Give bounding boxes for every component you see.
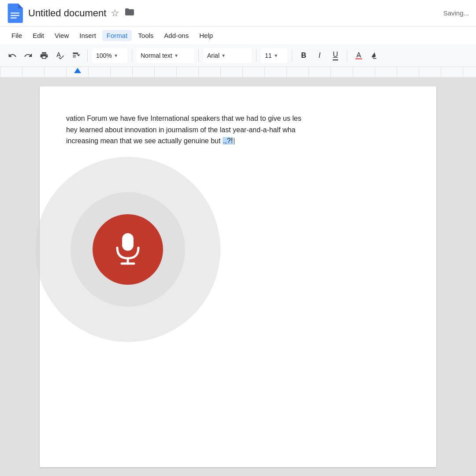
menu-format[interactable]: Format bbox=[102, 30, 132, 41]
microphone-icon bbox=[110, 231, 145, 268]
print-button[interactable] bbox=[37, 48, 51, 63]
document-page[interactable]: vation Forum we have five International … bbox=[40, 86, 436, 467]
menu-insert[interactable]: Insert bbox=[75, 30, 100, 41]
ruler-markings bbox=[0, 67, 476, 77]
menu-addons[interactable]: Add-ons bbox=[160, 30, 193, 41]
app-logo-icon bbox=[7, 4, 23, 23]
svg-rect-1 bbox=[11, 15, 19, 15]
menu-view[interactable]: View bbox=[50, 30, 73, 41]
size-chevron-icon: ▾ bbox=[275, 52, 277, 59]
undo-button[interactable] bbox=[5, 48, 19, 63]
text-color-button[interactable] bbox=[352, 48, 366, 63]
svg-rect-0 bbox=[11, 12, 19, 13]
redo-button[interactable] bbox=[21, 48, 35, 63]
divider-5 bbox=[292, 49, 292, 62]
zoom-value: 100% bbox=[96, 52, 112, 59]
voice-inner-circle bbox=[71, 192, 185, 307]
doc-paragraph-3: increasing mean that we see actually gen… bbox=[66, 135, 410, 147]
font-chevron-icon: ▾ bbox=[222, 52, 225, 59]
doc-paragraph-2: hey learned about innovation in journali… bbox=[66, 124, 410, 136]
italic-button[interactable]: I bbox=[312, 48, 327, 63]
saving-status: Saving... bbox=[443, 9, 469, 17]
svg-rect-4 bbox=[122, 233, 134, 251]
document-area: vation Forum we have five International … bbox=[0, 78, 476, 476]
menu-bar: File Edit View Insert Format Tools Add-o… bbox=[0, 26, 476, 44]
doc-text-line2: hey learned about innovation in journali… bbox=[66, 126, 295, 134]
svg-rect-2 bbox=[11, 17, 17, 18]
doc-text-line1: vation Forum we have five International … bbox=[66, 115, 301, 122]
ruler bbox=[0, 67, 476, 78]
divider-2 bbox=[132, 49, 132, 62]
paint-format-button[interactable] bbox=[69, 48, 83, 63]
menu-help[interactable]: Help bbox=[195, 30, 217, 41]
divider-4 bbox=[256, 49, 257, 62]
zoom-select[interactable]: 100% ▾ bbox=[92, 48, 127, 63]
style-value: Normal text bbox=[141, 52, 172, 59]
menu-edit[interactable]: Edit bbox=[28, 30, 48, 41]
folder-icon[interactable] bbox=[125, 8, 134, 18]
text-cursor: | bbox=[233, 137, 235, 145]
divider-1 bbox=[87, 49, 88, 62]
title-bar: Untitled document ☆ Saving... bbox=[0, 0, 476, 26]
bold-button[interactable]: B bbox=[297, 48, 311, 63]
highlighted-text: .,?! bbox=[223, 137, 233, 145]
font-value: Arial bbox=[207, 52, 219, 59]
font-select[interactable]: Arial ▾ bbox=[203, 48, 252, 63]
highlight-button[interactable] bbox=[368, 48, 382, 63]
ruler-marker[interactable] bbox=[74, 68, 81, 73]
title-actions: ☆ bbox=[111, 7, 134, 19]
style-chevron-icon: ▾ bbox=[175, 52, 178, 59]
font-size-select[interactable]: 11 ▾ bbox=[261, 48, 287, 63]
star-icon[interactable]: ☆ bbox=[111, 7, 119, 19]
menu-file[interactable]: File bbox=[7, 30, 26, 41]
font-size-value: 11 bbox=[265, 52, 272, 59]
divider-3 bbox=[198, 49, 199, 62]
underline-button[interactable]: U bbox=[328, 48, 342, 63]
toolbar: 100% ▾ Normal text ▾ Arial ▾ 11 ▾ B I U bbox=[0, 44, 476, 67]
menu-tools[interactable]: Tools bbox=[134, 30, 158, 41]
doc-paragraph-1: vation Forum we have five International … bbox=[66, 113, 410, 124]
voice-overlay bbox=[35, 157, 220, 342]
doc-text-line3: increasing mean that we see actually gen… bbox=[66, 137, 223, 145]
style-select[interactable]: Normal text ▾ bbox=[137, 48, 194, 63]
document-content[interactable]: vation Forum we have five International … bbox=[66, 113, 410, 147]
spellcheck-button[interactable] bbox=[53, 48, 67, 63]
voice-input-button[interactable] bbox=[93, 214, 163, 285]
zoom-chevron-icon: ▾ bbox=[115, 52, 117, 59]
divider-6 bbox=[347, 49, 347, 62]
doc-title[interactable]: Untitled document bbox=[28, 7, 106, 19]
svg-rect-3 bbox=[356, 58, 362, 59]
